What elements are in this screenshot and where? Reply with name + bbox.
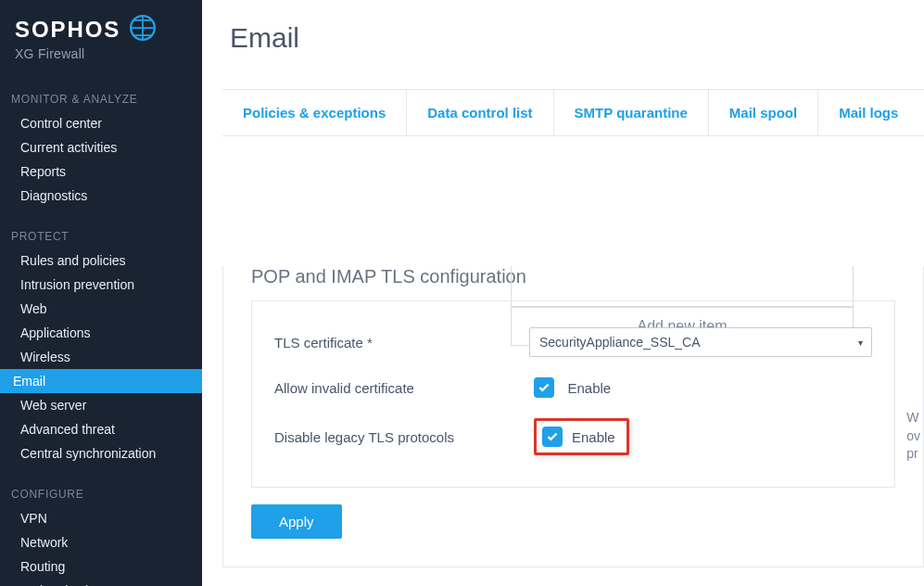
tab-policies-exceptions[interactable]: Policies & exceptions xyxy=(222,90,407,135)
sidebar-item-web-server[interactable]: Web server xyxy=(0,393,202,417)
sidebar-item-control-center[interactable]: Control center xyxy=(0,111,202,135)
highlight-box: Enable xyxy=(534,418,629,455)
sidebar-item-intrusion-prevention[interactable]: Intrusion prevention xyxy=(0,273,202,297)
sidebar-item-diagnostics[interactable]: Diagnostics xyxy=(0,184,202,208)
sidebar-item-vpn[interactable]: VPN xyxy=(0,506,202,530)
apply-button[interactable]: Apply xyxy=(251,504,342,539)
sidebar-item-applications[interactable]: Applications xyxy=(0,321,202,345)
sidebar-item-advanced-threat[interactable]: Advanced threat xyxy=(0,417,202,441)
sidebar-item-reports[interactable]: Reports xyxy=(0,159,202,184)
tab-bar: Policies & exceptionsData control listSM… xyxy=(222,89,924,136)
tls-certificate-select[interactable]: SecurityAppliance_SSL_CA xyxy=(529,327,872,357)
nav-section-header: PROTECT xyxy=(0,226,202,248)
allow-invalid-label: Allow invalid certificate xyxy=(274,380,534,396)
allow-invalid-text: Enable xyxy=(567,380,611,396)
disable-legacy-checkbox[interactable] xyxy=(542,427,563,447)
sidebar-item-authentication[interactable]: Authentication xyxy=(0,579,202,586)
tab-data-control-list[interactable]: Data control list xyxy=(407,90,553,135)
tab-mail-spool[interactable]: Mail spool xyxy=(709,90,818,135)
sidebar-item-network[interactable]: Network xyxy=(0,530,202,554)
sidebar-item-routing[interactable]: Routing xyxy=(0,554,202,579)
tab-mail-logs[interactable]: Mail logs xyxy=(818,90,918,135)
tls-certificate-row: TLS certificate * SecurityAppliance_SSL_… xyxy=(274,327,872,357)
side-hint-text: Wovpr xyxy=(906,409,920,464)
globe-icon xyxy=(130,15,156,45)
nav-section-header: MONITOR & ANALYZE xyxy=(0,89,202,111)
nav-section-header: CONFIGURE xyxy=(0,484,202,506)
product-name: XG Firewall xyxy=(15,46,187,61)
page-title: Email xyxy=(202,0,924,70)
sidebar: SOPHOS XG Firewall MONITOR & ANALYZECont… xyxy=(0,0,202,586)
disable-legacy-text: Enable xyxy=(572,429,615,445)
sidebar-item-current-activities[interactable]: Current activities xyxy=(0,135,202,159)
sidebar-item-email[interactable]: Email xyxy=(0,369,202,393)
tls-config-panel: TLS certificate * SecurityAppliance_SSL_… xyxy=(251,300,895,488)
sidebar-item-rules-and-policies[interactable]: Rules and policies xyxy=(0,248,202,273)
logo-area: SOPHOS XG Firewall xyxy=(0,0,202,70)
sidebar-item-web[interactable]: Web xyxy=(0,297,202,321)
allow-invalid-row: Allow invalid certificate Enable xyxy=(274,377,872,398)
brand-name: SOPHOS xyxy=(15,17,120,43)
content-pane: Add new item co POP and IMAP TLS configu… xyxy=(222,266,924,567)
disable-legacy-label: Disable legacy TLS protocols xyxy=(274,429,534,445)
main-content: Email Policies & exceptionsData control … xyxy=(202,0,924,586)
sidebar-item-wireless[interactable]: Wireless xyxy=(0,345,202,369)
disable-legacy-row: Disable legacy TLS protocols Enable xyxy=(274,418,872,455)
tab-smtp-quarantine[interactable]: SMTP quarantine xyxy=(554,90,709,135)
sidebar-item-central-synchronization[interactable]: Central synchronization xyxy=(0,441,202,465)
allow-invalid-checkbox[interactable] xyxy=(534,377,554,398)
tls-certificate-label: TLS certificate * xyxy=(274,335,529,350)
